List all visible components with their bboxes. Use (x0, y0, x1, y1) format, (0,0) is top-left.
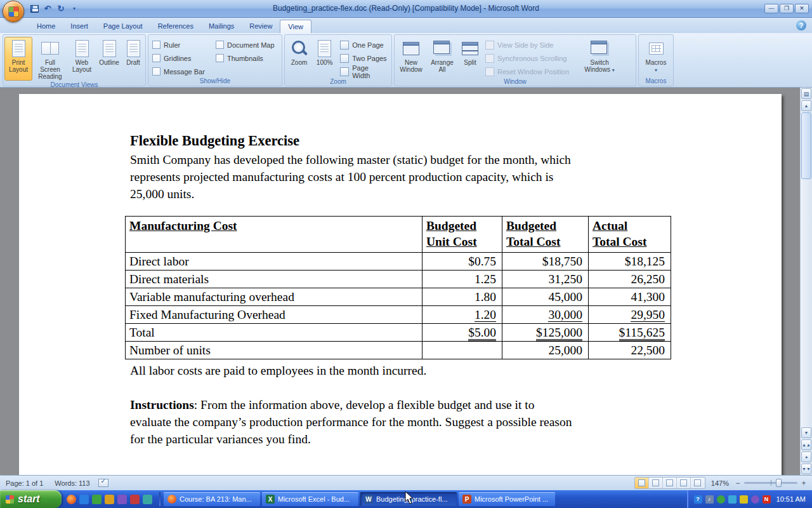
page-width-button[interactable]: Page Width (338, 65, 389, 77)
view-side-by-side-icon (485, 41, 494, 50)
zoom-slider-thumb[interactable] (776, 479, 782, 487)
proofing-status-icon[interactable] (98, 479, 108, 487)
previous-page-button[interactable]: ▲▲ (801, 439, 811, 450)
taskbar-button-powerpoint[interactable]: P Microsoft PowerPoint ... (459, 492, 555, 506)
tab-view[interactable]: View (280, 20, 311, 33)
outline-button[interactable]: Outline (96, 37, 122, 81)
scrollbar-thumb[interactable] (801, 112, 811, 179)
restore-button[interactable]: ❐ (780, 4, 794, 13)
tray-shield-icon[interactable] (717, 495, 725, 504)
quick-launch-icon[interactable] (92, 495, 102, 504)
taskbar-button-excel[interactable]: X Microsoft Excel - Bud... (262, 492, 358, 506)
start-button[interactable]: start (0, 490, 62, 508)
scroll-up-button[interactable]: ▲ (801, 100, 811, 111)
tray-icon[interactable] (751, 495, 759, 504)
vertical-scrollbar[interactable]: ▤ ▲ ▼ ▲▲ ● ▼▼ (800, 88, 812, 475)
web-layout-view-button[interactable] (663, 478, 677, 488)
next-page-button[interactable]: ▼▼ (801, 464, 811, 474)
tab-home[interactable]: Home (29, 20, 63, 33)
full-screen-reading-button[interactable]: Full Screen Reading (32, 37, 68, 81)
tray-icon[interactable] (740, 495, 748, 504)
title-bar: ↶ ↻ ▾ Budgeting_practice-flex.doc (Read-… (0, 0, 812, 18)
split-button[interactable]: Split (458, 37, 482, 77)
arrange-all-button[interactable]: Arrange All (426, 37, 458, 77)
tab-page-layout[interactable]: Page Layout (96, 20, 150, 33)
save-button[interactable] (29, 4, 39, 14)
checkbox-icon (152, 67, 160, 76)
document-map-checkbox[interactable]: Document Map (216, 39, 275, 50)
magnifier-icon (291, 39, 308, 58)
tray-network-icon[interactable] (728, 495, 737, 504)
web-layout-button[interactable]: Web Layout (68, 37, 96, 81)
select-browse-object-button[interactable]: ● (801, 451, 811, 462)
document-page[interactable]: Flexible Budgeting Exercise Smith Compan… (19, 94, 782, 475)
ruler-checkbox[interactable]: Ruler (152, 39, 212, 50)
group-zoom: Zoom 100% One Page Two Pages Page Width (284, 34, 392, 86)
help-icon[interactable]: ? (796, 20, 806, 30)
zoom-100-icon (318, 39, 331, 58)
outline-view-button[interactable] (677, 478, 691, 488)
office-button[interactable] (3, 1, 24, 22)
zoom-button[interactable]: Zoom (286, 37, 312, 77)
two-pages-icon (340, 54, 349, 63)
taskbar-divider (159, 492, 160, 506)
quick-launch-icon[interactable] (79, 495, 89, 504)
checkbox-icon (152, 54, 160, 62)
print-layout-button[interactable]: Print Layout (4, 37, 32, 81)
thumbnails-checkbox[interactable]: Thumbnails (216, 53, 275, 64)
quick-launch-icon[interactable] (130, 495, 140, 504)
scroll-down-button[interactable]: ▼ (801, 427, 811, 438)
zoom-out-button[interactable]: − (735, 480, 741, 486)
mouse-cursor (405, 491, 414, 507)
switch-windows-button[interactable]: Switch Windows (582, 37, 617, 77)
tray-volume-icon[interactable]: ♪ (705, 495, 714, 504)
customize-qat-button[interactable]: ▾ (69, 4, 79, 14)
full-screen-view-button[interactable] (649, 478, 663, 488)
tab-mailings[interactable]: Mailings (201, 20, 242, 33)
instructions-text: for the particular variances you find. (130, 431, 674, 448)
print-layout-view-button[interactable] (635, 478, 649, 488)
minimize-button[interactable]: — (764, 4, 778, 13)
office-logo-icon (9, 7, 18, 17)
new-window-icon (403, 39, 419, 58)
page-indicator[interactable]: Page: 1 of 1 (0, 479, 49, 487)
two-pages-button[interactable]: Two Pages (338, 52, 389, 64)
tab-insert[interactable]: Insert (63, 20, 96, 33)
ruler-toggle-button[interactable]: ▤ (801, 88, 811, 99)
scrollbar-track[interactable] (801, 180, 812, 427)
quick-launch-icon[interactable] (67, 495, 76, 504)
intro-text: Smith Company has developed the followin… (130, 151, 674, 168)
quick-launch-icon[interactable] (143, 495, 152, 504)
one-page-button[interactable]: One Page (338, 39, 389, 51)
zoom-100-button[interactable]: 100% (312, 37, 337, 77)
word-count[interactable]: Words: 113 (49, 479, 95, 487)
tab-references[interactable]: References (150, 20, 201, 33)
group-label-macros: Macros (639, 77, 673, 86)
zoom-slider[interactable]: − + (735, 480, 807, 486)
header-budgeted-unit-cost: BudgetedUnit Cost (422, 217, 502, 253)
gridlines-checkbox[interactable]: Gridlines (152, 53, 212, 64)
close-button[interactable]: ✕ (795, 4, 809, 13)
zoom-in-button[interactable]: + (801, 480, 807, 486)
new-window-button[interactable]: New Window (396, 37, 426, 77)
taskbar-button-browser[interactable]: Course: BA 213: Man... (164, 492, 260, 506)
instructions-text: evaluate the company’s production perfor… (130, 413, 674, 431)
group-label-show-hide: Show/Hide (148, 77, 282, 86)
zoom-slider-track[interactable] (744, 482, 797, 484)
ribbon-tab-row: Home Insert Page Layout References Maili… (0, 18, 812, 33)
clock[interactable]: 10:51 AM (776, 495, 806, 503)
undo-button[interactable]: ↶ (43, 4, 53, 14)
zoom-level[interactable]: 147% (710, 479, 730, 487)
message-bar-checkbox[interactable]: Message Bar (152, 66, 212, 77)
draft-button[interactable]: Draft (122, 37, 144, 81)
group-label-window: Window (395, 77, 636, 86)
redo-button[interactable]: ↻ (56, 4, 66, 14)
tab-review[interactable]: Review (242, 20, 280, 33)
quick-launch-icon[interactable] (117, 495, 127, 504)
macros-button[interactable]: Macros (641, 37, 671, 77)
quick-launch-icon[interactable] (105, 495, 114, 504)
draft-view-button[interactable] (691, 478, 705, 488)
tray-help-icon[interactable]: ? (694, 495, 702, 504)
tray-norton-icon[interactable]: N (763, 495, 771, 504)
table-header-row: Manufacturing Cost BudgetedUnit Cost Bud… (126, 217, 671, 253)
